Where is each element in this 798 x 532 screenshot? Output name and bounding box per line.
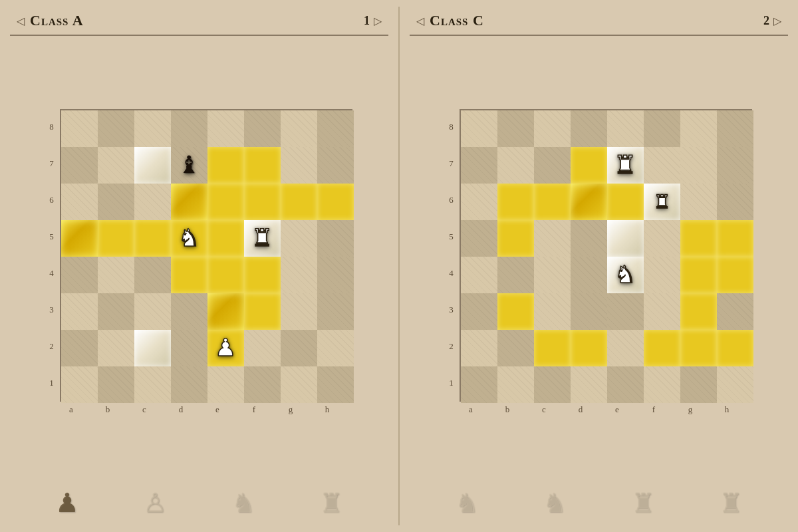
coord-col-h-right: h [722, 404, 732, 415]
cell-d1 [171, 366, 207, 403]
right-panel: ◁ Class C 2 ▷ 8 7 6 5 4 3 2 [400, 0, 798, 532]
coord-col-c-right: c [539, 404, 549, 415]
cell-f3 [244, 293, 281, 330]
cell-b7 [98, 147, 134, 184]
cell-f8 [244, 110, 281, 147]
coord-row-7-right: 7 [446, 158, 457, 169]
cell-g1 [281, 366, 317, 403]
right-prev-arrow[interactable]: ◁ [416, 15, 424, 27]
rc-h5 [717, 220, 753, 257]
cell-f5: ♜ [244, 220, 281, 257]
left-board-wrapper: 8 7 6 5 4 3 2 1 [47, 109, 352, 415]
cell-a8 [61, 110, 98, 147]
bottom-knight-dim-right1: ♞ [455, 487, 479, 519]
coord-col-e-left: e [212, 404, 223, 415]
piece-white-knight-right: ♞ [607, 257, 644, 293]
rc-b4 [497, 257, 534, 293]
cell-b4 [98, 257, 134, 293]
rc-d2 [571, 330, 607, 366]
bottom-rook-dim-left: ♜ [319, 487, 343, 519]
left-next-arrow[interactable]: ▷ [374, 15, 382, 27]
rc-e3 [607, 293, 644, 330]
cell-b3 [98, 293, 134, 330]
rc-g1 [680, 366, 717, 403]
bottom-rook-dim-right1: ♜ [631, 487, 655, 519]
cell-d3 [171, 293, 207, 330]
cell-f4 [244, 257, 281, 293]
rc-c8 [534, 110, 571, 147]
cell-d4 [171, 257, 207, 293]
rc-g2 [680, 330, 717, 366]
cell-h7 [317, 147, 354, 184]
cell-c5 [134, 220, 171, 257]
cell-a4 [61, 257, 98, 293]
bottom-knight-dim-left: ♞ [231, 487, 255, 519]
coord-col-f-right: f [648, 404, 659, 415]
right-header-nav: 2 ▷ [763, 14, 781, 28]
coord-row-3-left: 3 [47, 305, 57, 315]
rc-h3 [717, 293, 753, 330]
rc-b1 [497, 366, 534, 403]
coord-row-2-left: 2 [47, 341, 57, 352]
cell-e5 [207, 220, 244, 257]
piece-white-rook-left: ♜ [244, 220, 281, 257]
cell-a3 [61, 293, 98, 330]
cell-e6 [207, 184, 244, 220]
rc-a8 [461, 110, 497, 147]
cell-g7 [281, 147, 317, 184]
rc-b6 [497, 184, 534, 220]
cell-e2: ♟ [207, 330, 244, 366]
cell-h4 [317, 257, 354, 293]
rc-a1 [461, 366, 497, 403]
rc-c7 [534, 147, 571, 184]
piece-white-rook-right-top: ♜ [607, 147, 644, 184]
cell-b5 [98, 220, 134, 257]
cell-g8 [281, 110, 317, 147]
rc-f8 [644, 110, 680, 147]
rc-e5 [607, 220, 644, 257]
rc-b5 [497, 220, 534, 257]
coord-row-5-right: 5 [446, 231, 457, 242]
right-chess-board: ♜ ♜ [460, 109, 752, 402]
cell-d7: ♝ [171, 147, 207, 184]
left-header-left: ◁ Class A [17, 12, 84, 29]
cell-h2 [317, 330, 354, 366]
cell-h8 [317, 110, 354, 147]
left-board-with-coords: 8 7 6 5 4 3 2 1 [47, 109, 352, 402]
coord-col-b-left: b [102, 404, 113, 415]
cell-h3 [317, 293, 354, 330]
piece-black-bishop: ♝ [171, 147, 207, 184]
coord-row-6-left: 6 [47, 195, 57, 205]
left-panel-header: ◁ Class A 1 ▷ [10, 7, 388, 36]
bottom-knight-dim-right2: ♞ [543, 487, 567, 519]
cell-e3 [207, 293, 244, 330]
right-page-num: 2 [763, 14, 769, 28]
right-panel-title: Class C [430, 12, 484, 29]
cell-c4 [134, 257, 171, 293]
rc-a7 [461, 147, 497, 184]
cell-a6 [61, 184, 98, 220]
rc-d4 [571, 257, 607, 293]
rc-c6 [534, 184, 571, 220]
coord-row-1-right: 1 [446, 378, 457, 388]
cell-b2 [98, 330, 134, 366]
right-board-with-coords: 8 7 6 5 4 3 2 1 [446, 109, 752, 402]
right-next-arrow[interactable]: ▷ [773, 15, 781, 27]
rc-g3 [680, 293, 717, 330]
rc-a3 [461, 293, 497, 330]
cell-d2 [171, 330, 207, 366]
cell-f7 [244, 147, 281, 184]
left-prev-arrow[interactable]: ◁ [17, 15, 25, 27]
rc-b7 [497, 147, 534, 184]
rc-b3 [497, 293, 534, 330]
coord-row-3-right: 3 [446, 305, 457, 315]
cell-g5 [281, 220, 317, 257]
left-panel: ◁ Class A 1 ▷ 8 7 6 5 4 3 2 [0, 0, 398, 532]
coord-col-d-left: d [176, 404, 186, 415]
bottom-pawn-dim-left: ♙ [143, 487, 167, 519]
coord-col-a-left: a [66, 404, 76, 415]
coord-row-4-right: 4 [446, 268, 457, 279]
rc-d8 [571, 110, 607, 147]
coord-row-8-left: 8 [47, 122, 57, 132]
coord-row-6-right: 6 [446, 195, 457, 205]
